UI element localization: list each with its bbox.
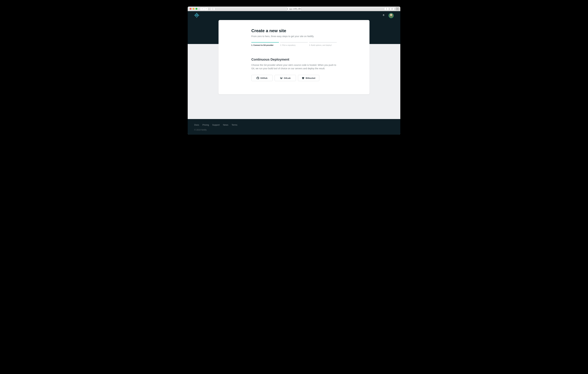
app-footer: Docs Pricing Support News Terms © 2019 N… — [188, 119, 400, 135]
bitbucket-button[interactable]: Bitbucket — [298, 75, 319, 81]
svg-point-13 — [199, 15, 199, 15]
svg-rect-0 — [212, 8, 214, 10]
window-maximize-button[interactable] — [196, 8, 197, 10]
page-body: Create a new site From zero to hero, thr… — [188, 44, 400, 119]
chrome-right — [384, 7, 399, 11]
svg-point-15 — [196, 14, 196, 15]
footer-link-pricing[interactable]: Pricing — [202, 124, 209, 126]
window-minimize-button[interactable] — [193, 8, 194, 10]
nav-buttons — [200, 7, 208, 11]
notifications-bell-icon[interactable] — [382, 14, 385, 17]
svg-rect-2 — [287, 9, 288, 10]
github-button[interactable]: GitHub — [251, 75, 273, 81]
user-avatar[interactable] — [388, 13, 394, 18]
svg-point-18 — [198, 16, 198, 16]
reload-button[interactable] — [298, 8, 300, 10]
section-description: Choose the Git provider where your site'… — [251, 63, 337, 70]
url-bar[interactable]: app.netlify.com — [287, 7, 301, 11]
svg-point-14 — [197, 17, 197, 18]
copyright: © 2019 Netlify — [194, 129, 394, 131]
main-card: Create a new site From zero to hero, thr… — [219, 20, 369, 94]
forward-button[interactable] — [204, 7, 208, 10]
tabs-button[interactable] — [390, 7, 394, 10]
sidebar-toggle-button[interactable] — [210, 7, 215, 10]
step-3-build-deploy: 3. Build options, and deploy! — [309, 42, 337, 46]
github-icon — [257, 77, 259, 79]
page-title: Create a new site — [251, 28, 337, 33]
browser-window: app.netlify.com — [188, 7, 400, 135]
footer-link-terms[interactable]: Terms — [231, 124, 237, 126]
footer-link-support[interactable]: Support — [212, 124, 220, 126]
traffic-lights — [190, 8, 197, 10]
svg-rect-4 — [391, 8, 393, 10]
back-button[interactable] — [200, 7, 204, 10]
app-header — [188, 11, 400, 20]
share-button[interactable] — [384, 7, 389, 10]
provider-buttons: GitHub GitLab Bitbucket — [251, 75, 337, 81]
bitbucket-label: Bitbucket — [306, 77, 315, 79]
github-label: GitHub — [260, 77, 267, 79]
bitbucket-icon — [302, 77, 304, 79]
section-title: Continuous Deployment — [251, 58, 337, 61]
window-close-button[interactable] — [190, 8, 191, 10]
browser-chrome: app.netlify.com — [188, 7, 400, 11]
svg-point-17 — [196, 16, 196, 16]
header-right — [382, 13, 394, 18]
gitlab-label: GitLab — [284, 77, 291, 79]
footer-link-docs[interactable]: Docs — [194, 124, 199, 126]
svg-point-12 — [194, 15, 195, 15]
step-2-pick-repository: 2. Pick a repository — [280, 42, 308, 46]
stepper: 1. Connect to Git provider 2. Pick a rep… — [251, 42, 337, 46]
footer-link-news[interactable]: News — [223, 124, 228, 126]
footer-links: Docs Pricing Support News Terms — [194, 124, 394, 126]
page-subtitle: From zero to hero, three easy steps to g… — [251, 35, 337, 38]
gitlab-button[interactable]: GitLab — [275, 75, 296, 81]
netlify-logo-icon[interactable] — [194, 13, 199, 18]
lock-icon — [287, 8, 288, 10]
gitlab-icon — [280, 77, 283, 79]
app-area: Create a new site From zero to hero, thr… — [188, 11, 400, 135]
svg-rect-3 — [392, 8, 393, 9]
new-tab-button[interactable] — [396, 7, 399, 11]
step-1-connect-git[interactable]: 1. Connect to Git provider — [251, 42, 279, 46]
svg-point-16 — [198, 14, 198, 15]
svg-point-11 — [197, 13, 197, 13]
